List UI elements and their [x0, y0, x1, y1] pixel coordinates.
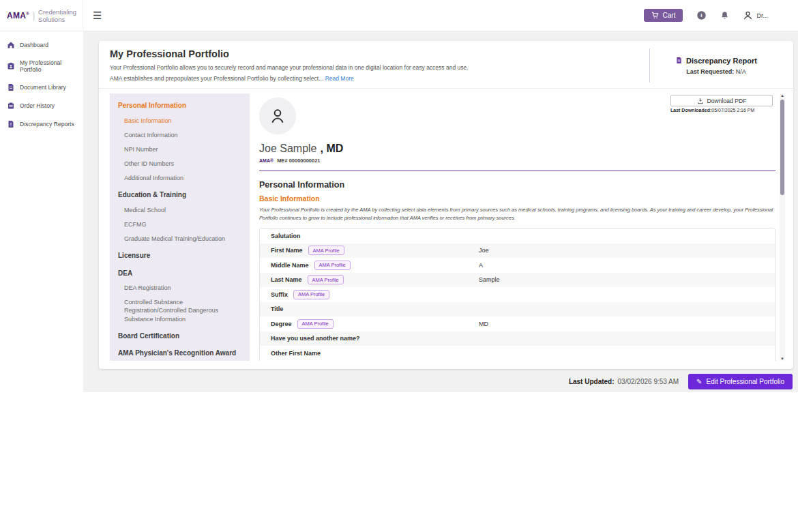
nav-header-board-certification[interactable]: Board Certification	[118, 332, 241, 341]
info-circle-icon: i	[696, 10, 707, 20]
sidebar-item-label: Document Library	[20, 84, 66, 91]
scroll-down-arrow-icon[interactable]: ▼	[780, 357, 785, 361]
nav-item-medical-school[interactable]: Medical School	[124, 206, 241, 214]
ama-profile-badge: AMA Profile	[314, 261, 351, 270]
card-body: Personal Information Basic Information C…	[99, 89, 793, 368]
sidebar-item-order-history[interactable]: Order History	[0, 98, 83, 114]
sidebar-item-my-professional-portfolio[interactable]: My Professional Portfolio	[0, 55, 83, 77]
sidebar-item-label: Dashboard	[20, 42, 48, 48]
field-label: Have you used another name?	[271, 335, 360, 342]
sidebar-item-label: My Professional Portfolio	[20, 59, 78, 73]
registered-mark: ®	[26, 12, 29, 16]
nav-item-ecfmg[interactable]: ECFMG	[124, 220, 241, 228]
main-content-area: My Professional Portfolio Your Professio…	[83, 31, 798, 392]
me-number: ME# 00000000021	[277, 158, 320, 164]
sidebar-item-dashboard[interactable]: Dashboard	[0, 37, 83, 53]
field-value: MD	[479, 321, 488, 327]
field-label: Other First Name	[271, 350, 321, 357]
nav-item-npi-number[interactable]: NPI Number	[124, 145, 241, 153]
nav-item-basic-information[interactable]: Basic Information	[124, 117, 241, 125]
section-description: Your Professional Portfolio is created b…	[259, 206, 775, 222]
section-title: Personal Information	[259, 180, 775, 190]
edit-professional-portfolio-button[interactable]: ✎ Edit Professional Portfolio	[688, 374, 793, 389]
avatar	[259, 98, 296, 134]
section-divider	[259, 171, 775, 171]
discrepancy-report-link[interactable]: Discrepancy Report	[675, 56, 757, 65]
ama-profile-badge: AMA Profile	[308, 275, 344, 284]
detail-panel: Download PDF Last Downloaded:05/07/2025 …	[258, 93, 785, 361]
nav-header-licensure[interactable]: Licensure	[118, 252, 241, 261]
brand-product-name: Credentialing Solutions	[38, 8, 83, 23]
field-label: First Name	[271, 247, 303, 254]
order-history-icon	[7, 102, 15, 110]
user-label: Dr...	[756, 12, 768, 19]
brand-divider: |	[33, 11, 35, 20]
scrollbar-thumb[interactable]	[780, 100, 784, 195]
field-label: Middle Name	[271, 262, 309, 269]
intro-line-2: AMA establishes and prepopulates your Pr…	[110, 75, 638, 82]
page-intro: My Professional Portfolio Your Professio…	[110, 48, 649, 83]
field-label: Salutation	[271, 233, 301, 239]
help-button[interactable]: i	[696, 10, 707, 20]
brand-logo: AMA® | Credentialing Solutions	[0, 0, 83, 31]
table-row-other-first-name: Other First Name	[260, 346, 775, 361]
user-menu[interactable]: Dr...	[743, 10, 768, 20]
person-icon	[269, 107, 286, 125]
sidebar-item-label: Order History	[20, 102, 55, 109]
intro-line-1: Your Professional Portfolio allows you t…	[110, 64, 638, 71]
user-icon	[743, 10, 753, 20]
page: AMA® | Credentialing Solutions ☰ Cart i	[0, 0, 798, 532]
home-icon	[7, 41, 15, 49]
nav-item-graduate-medical-training[interactable]: Graduate Medical Training/Education	[124, 235, 241, 243]
sidebar-nav: Dashboard My Professional Portfolio Docu…	[0, 31, 83, 532]
download-icon	[697, 98, 704, 104]
cart-button[interactable]: Cart	[644, 9, 683, 22]
last-updated-label: Last Updated:	[569, 378, 615, 385]
discrepancy-report-title: Discrepancy Report	[686, 57, 757, 65]
download-pdf-label: Download PDF	[707, 98, 747, 104]
nav-item-other-id-numbers[interactable]: Other ID Numbers	[124, 160, 241, 168]
table-row-title: Title	[260, 302, 775, 317]
detail-scrollbar[interactable]: ▲ ▼	[780, 93, 785, 361]
portfolio-card: My Professional Portfolio Your Professio…	[99, 41, 793, 369]
last-downloaded: Last Downloaded:05/07/2025 2:16 PM	[670, 108, 773, 113]
card-header: My Professional Portfolio Your Professio…	[99, 41, 793, 89]
portfolio-icon	[7, 62, 15, 70]
notifications-button[interactable]	[720, 11, 729, 20]
table-row-other-name-question: Have you used another name?	[260, 331, 775, 346]
download-pdf-button[interactable]: Download PDF	[670, 95, 773, 106]
bell-icon	[720, 11, 729, 20]
nav-item-dea-registration[interactable]: DEA Registration	[124, 284, 241, 292]
subsection-title: Basic Information	[259, 194, 775, 203]
field-value: A	[479, 262, 483, 269]
nav-header-ama-pra[interactable]: AMA Physician's Recognition Award	[118, 349, 241, 358]
field-label: Suffix	[271, 291, 288, 298]
read-more-link[interactable]: Read More	[325, 75, 354, 82]
last-requested: Last Requested: N/A	[686, 68, 746, 75]
page-title: My Professional Portfolio	[110, 48, 638, 59]
table-row-last-name: Last Name AMA Profile Sample	[260, 273, 775, 288]
portfolio-section-nav: Personal Information Basic Information C…	[110, 93, 250, 361]
table-row-salutation: Salutation	[260, 228, 775, 243]
table-row-middle-name: Middle Name AMA Profile A	[260, 258, 775, 273]
nav-item-additional-information[interactable]: Additional Information	[124, 174, 241, 182]
sidebar-item-document-library[interactable]: Document Library	[0, 79, 83, 95]
cart-icon	[651, 12, 659, 19]
nav-header-education-training[interactable]: Education & Training	[118, 191, 241, 200]
discrepancy-report-panel: Discrepancy Report Last Requested: N/A	[649, 48, 782, 83]
field-value: Joe	[479, 247, 489, 254]
report-file-icon	[675, 56, 683, 65]
topbar-actions: Cart i Dr...	[644, 9, 798, 22]
scroll-up-arrow-icon[interactable]: ▲	[780, 93, 785, 98]
nav-header-dea[interactable]: DEA	[118, 269, 241, 278]
table-row-suffix: Suffix AMA Profile	[260, 287, 775, 302]
pencil-icon: ✎	[696, 378, 702, 385]
nav-item-controlled-substance[interactable]: Controlled Substance Registration/Contro…	[124, 298, 241, 323]
nav-header-personal-information[interactable]: Personal Information	[118, 102, 241, 110]
basic-information-table: Salutation First Name AMA Profile Joe	[259, 228, 775, 361]
nav-item-contact-information[interactable]: Contact Information	[124, 131, 241, 139]
physician-name: Joe Sample, MD	[259, 143, 775, 155]
sidebar-item-discrepancy-reports[interactable]: Discrepancy Reports	[0, 116, 83, 132]
menu-toggle-icon[interactable]: ☰	[93, 10, 102, 20]
edit-button-label: Edit Professional Portfolio	[706, 378, 784, 385]
